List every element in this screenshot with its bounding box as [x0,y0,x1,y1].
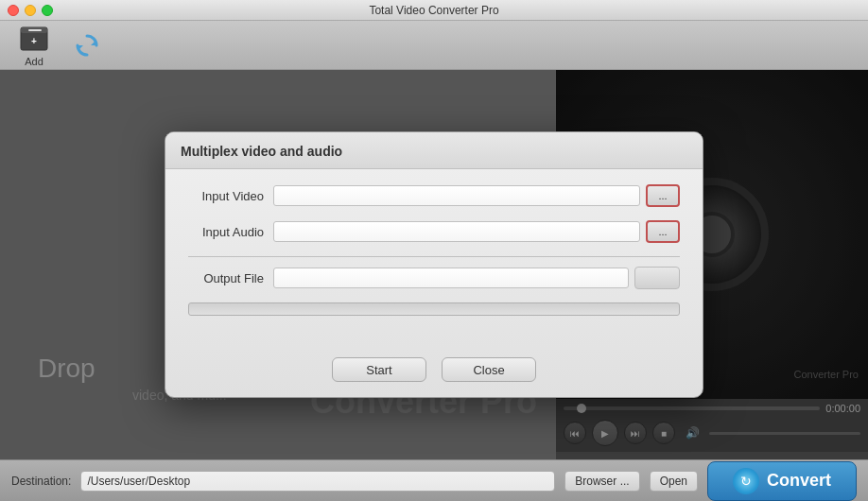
output-file-label: Output File [188,271,273,285]
start-button[interactable]: Start [332,357,426,382]
input-audio-field[interactable] [273,221,640,242]
browser-button[interactable]: Browser ... [564,471,639,492]
convert-button[interactable]: ↻ Convert [707,461,857,501]
divider [188,256,680,257]
title-bar: Total Video Converter Pro [0,0,868,21]
multiplex-dialog: Multiplex video and audio Input Video ..… [165,131,703,398]
bottom-bar: Destination: Browser ... Open ↻ Convert [0,459,868,501]
toolbar: + Add [0,21,868,70]
app-body: + Add Drop video, and mu... Converter Pr… [0,21,868,501]
input-video-browse-button[interactable]: ... [646,184,680,207]
traffic-lights [8,5,53,16]
add-label: Add [25,56,43,67]
input-video-field[interactable] [273,185,640,206]
output-browse-label [652,271,663,285]
add-icon: + [19,24,49,54]
convert-label: Convert [767,471,831,491]
browse-dots-icon: ... [658,190,667,201]
close-dialog-button[interactable]: Close [442,357,536,382]
dialog-footer: Start Close [165,346,703,397]
convert-icon: ↻ [733,468,759,494]
output-file-field[interactable] [273,268,629,288]
output-file-row: Output File [188,267,680,289]
add-button[interactable]: + Add [11,20,57,71]
dialog-header: Multiplex video and audio [165,132,703,169]
maximize-button[interactable] [42,5,53,16]
open-button[interactable]: Open [650,471,698,492]
app-title: Total Video Converter Pro [369,4,498,17]
output-browse-button[interactable] [634,267,680,289]
input-video-label: Input Video [188,189,273,203]
destination-input[interactable] [80,471,555,492]
progress-section [188,302,680,316]
dialog-title: Multiplex video and audio [181,144,342,159]
refresh-button[interactable] [64,26,110,64]
browse-dots-icon-2: ... [658,226,667,237]
refresh-icon [72,30,102,60]
input-audio-row: Input Audio ... [188,220,680,243]
svg-rect-2 [28,29,42,31]
input-audio-browse-button[interactable]: ... [646,220,680,243]
close-button[interactable] [8,5,19,16]
dialog-body: Input Video ... Input Audio ... [165,169,703,346]
destination-label: Destination: [11,475,71,488]
content-area: Drop video, and mu... Converter Pro Conv… [0,70,868,459]
progress-track [188,302,680,316]
input-audio-label: Input Audio [188,225,273,239]
dialog-overlay: Multiplex video and audio Input Video ..… [0,70,868,459]
input-video-row: Input Video ... [188,184,680,207]
svg-text:+: + [31,36,37,46]
minimize-button[interactable] [25,5,36,16]
